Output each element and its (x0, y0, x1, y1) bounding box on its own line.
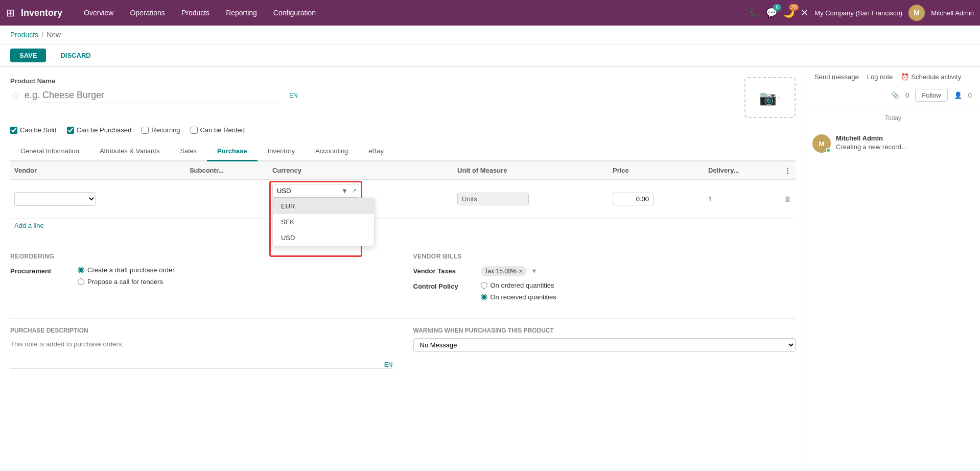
purchase-desc-textarea[interactable] (10, 338, 393, 369)
control-policy-field: Control Policy On ordered quantities On … (413, 281, 796, 301)
recurring-input[interactable] (142, 127, 149, 134)
procurement-draft-option[interactable]: Create a draft purchase order (78, 266, 393, 274)
currency-option-eur[interactable]: EUR (273, 198, 374, 214)
currency-dropdown-arrow[interactable]: ▼ (339, 185, 350, 197)
tab-attributes[interactable]: Attributes & Variants (89, 142, 170, 161)
language-badge[interactable]: EN (289, 92, 298, 99)
procurement-field: Procurement Create a draft purchase orde… (10, 266, 393, 286)
tab-purchase[interactable]: Purchase (207, 142, 258, 161)
procurement-tenders-label: Propose a call for tenders (87, 278, 163, 286)
favorite-star-icon[interactable]: ☆ (10, 89, 19, 102)
company-name[interactable]: My Company (San Francisco) (814, 9, 902, 17)
col-price: Price (609, 161, 704, 180)
nav-configuration[interactable]: Configuration (266, 6, 323, 20)
chatter-meta: 📎 0 Follow 👤 0 (891, 89, 972, 102)
currency-dropdown: EUR SEK USD (272, 198, 375, 246)
clock-icon: ⏰ (901, 73, 909, 81)
can-be-purchased-input[interactable] (67, 127, 74, 134)
vendor-select[interactable] (14, 192, 96, 206)
nav-reporting[interactable]: Reporting (219, 6, 264, 20)
user-avatar[interactable]: M (908, 5, 925, 21)
vendor-table-header: Vendor Subcontr... Currency Unit of Meas… (10, 161, 796, 180)
purchase-desc-en-badge[interactable]: EN (384, 361, 393, 368)
control-ordered-radio[interactable] (481, 282, 487, 289)
followers-count: 0 (968, 91, 972, 99)
vendor-bills-section: Vendor Bills Vendor Taxes Tax 15.00% × ▼… (413, 253, 796, 306)
tax-remove-icon[interactable]: × (519, 267, 523, 275)
cell-price (609, 180, 704, 219)
log-note-button[interactable]: Log note (867, 73, 893, 81)
can-be-purchased-label: Can be Purchased (77, 126, 132, 134)
warning-label: Warning when Purchasing this Product (413, 327, 796, 334)
recurring-checkbox[interactable]: Recurring (142, 126, 180, 134)
procurement-label: Procurement (10, 266, 72, 275)
product-name-label: Product Name (10, 77, 744, 85)
cell-row-delete: 🗑 (780, 180, 796, 219)
can-be-purchased-checkbox[interactable]: Can be Purchased (67, 126, 132, 134)
chat-badge: 6 (773, 4, 781, 11)
procurement-tenders-radio[interactable] (78, 278, 84, 285)
close-icon[interactable]: ✕ (801, 7, 808, 18)
message-item: M Mitchell Admin Creating a new record..… (812, 134, 974, 153)
currency-input-container: ▼ ↗ EUR SEK USD (272, 184, 359, 198)
purchase-desc-left: Purchase Description EN (10, 327, 393, 370)
product-image-upload[interactable]: 📷+ (744, 77, 796, 118)
nav-products[interactable]: Products (174, 6, 217, 20)
warning-select[interactable]: No Message Warning Blocking Message (413, 338, 796, 352)
form-area: Product Name ☆ EN 📷+ Can be Sold Can be … (0, 67, 806, 469)
control-ordered-option[interactable]: On ordered quantities (481, 281, 796, 289)
procurement-tenders-option[interactable]: Propose a call for tenders (78, 278, 393, 286)
vendor-table: Vendor Subcontr... Currency Unit of Meas… (10, 161, 796, 219)
tab-sales[interactable]: Sales (170, 142, 207, 161)
tax-dropdown-arrow[interactable]: ▼ (531, 267, 538, 275)
delete-row-icon[interactable]: 🗑 (784, 195, 791, 203)
uom-input[interactable] (457, 193, 529, 205)
price-input[interactable] (613, 193, 654, 205)
can-be-rented-input[interactable] (191, 127, 198, 134)
tab-general[interactable]: General Information (10, 142, 89, 161)
breadcrumb: Products / New (0, 26, 980, 44)
purchase-description-section: Purchase Description EN Warning when Pur… (10, 318, 796, 370)
control-received-radio[interactable] (481, 294, 487, 300)
product-header: Product Name ☆ EN 📷+ (10, 77, 796, 118)
can-be-sold-input[interactable] (10, 127, 17, 134)
top-navigation: ⊞ Inventory Overview Operations Products… (0, 0, 980, 26)
vendor-bills-title: Vendor Bills (413, 253, 796, 260)
reordering-section: Reordering Procurement Create a draft pu… (10, 253, 393, 306)
tab-accounting[interactable]: Accounting (305, 142, 358, 161)
message-content: Mitchell Admin Creating a new record... (836, 134, 974, 153)
send-message-button[interactable]: Send message (814, 73, 859, 81)
chat-icon[interactable]: 💬 6 (766, 7, 777, 18)
nav-operations[interactable]: Operations (123, 6, 172, 20)
nav-overview[interactable]: Overview (77, 6, 121, 20)
tab-inventory[interactable]: Inventory (258, 142, 305, 161)
attachment-icon: 📎 (891, 91, 899, 99)
tab-ebay[interactable]: eBay (358, 142, 394, 161)
online-indicator (826, 148, 831, 153)
breadcrumb-parent[interactable]: Products (10, 31, 38, 39)
save-button[interactable]: SAVE (10, 49, 46, 62)
discard-button[interactable]: DISCARD (51, 49, 100, 62)
col-uom: Unit of Measure (453, 161, 609, 180)
follow-button[interactable]: Follow (915, 89, 948, 102)
nav-menu: Overview Operations Products Reporting C… (77, 6, 744, 20)
control-received-option[interactable]: On received quantities (481, 293, 796, 301)
currency-external-link-icon[interactable]: ↗ (350, 185, 359, 196)
add-line-link[interactable]: Add a line (10, 219, 48, 232)
avatar: M (812, 134, 831, 153)
procurement-draft-radio[interactable] (78, 267, 84, 273)
currency-option-sek[interactable]: SEK (273, 214, 374, 230)
product-name-input[interactable] (25, 88, 280, 103)
schedule-activity-button[interactable]: ⏰ Schedule activity (901, 73, 961, 81)
recurring-label: Recurring (151, 126, 180, 134)
control-ordered-label: On ordered quantities (491, 281, 554, 289)
phone-icon[interactable]: 📞 (749, 7, 760, 18)
cell-subcontract (185, 180, 268, 219)
can-be-rented-checkbox[interactable]: Can be Rented (191, 126, 245, 134)
moon-icon[interactable]: 🌙 28 (783, 7, 795, 18)
can-be-sold-checkbox[interactable]: Can be Sold (10, 126, 57, 134)
grid-icon[interactable]: ⊞ (6, 7, 15, 19)
currency-input[interactable] (273, 184, 339, 197)
currency-option-usd[interactable]: USD (273, 230, 374, 246)
currency-input-wrapper: ▼ ↗ (272, 184, 359, 198)
